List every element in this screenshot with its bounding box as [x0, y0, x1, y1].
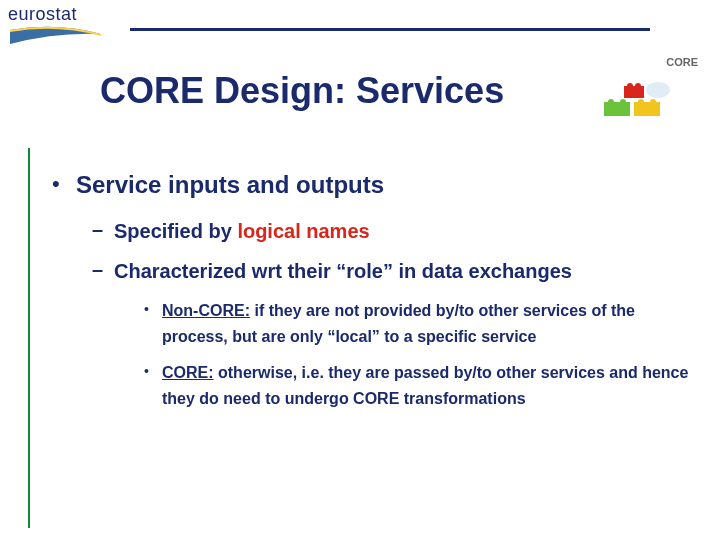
header-divider	[130, 28, 650, 31]
svg-point-7	[627, 83, 633, 89]
swoosh-icon	[8, 26, 103, 48]
bullet-text: Specified by logical names	[114, 218, 370, 244]
slide-title: CORE Design: Services	[100, 70, 504, 112]
core-logo-text: CORE	[666, 56, 698, 68]
text-prefix: Specified by	[114, 220, 237, 242]
slide-content: • Service inputs and outputs – Specified…	[52, 170, 692, 422]
bullet-level1: • Service inputs and outputs	[52, 170, 692, 200]
svg-point-5	[650, 99, 656, 105]
bullet-level3-core: • CORE: otherwise, i.e. they are passed …	[144, 360, 692, 412]
dash-icon: –	[92, 258, 114, 281]
eurostat-logo-text: eurostat	[8, 4, 118, 25]
vertical-accent-bar	[28, 148, 30, 528]
bullet-text: Service inputs and outputs	[76, 170, 384, 200]
term-label: Non-CORE:	[162, 302, 250, 319]
svg-rect-3	[634, 102, 660, 116]
svg-point-4	[638, 99, 644, 105]
svg-point-2	[620, 99, 626, 105]
svg-point-8	[635, 83, 641, 89]
bullet-text: Non-CORE: if they are not provided by/to…	[162, 298, 692, 350]
bullet-icon: •	[52, 170, 76, 198]
bullet-text: Characterized wrt their “role” in data e…	[114, 258, 572, 284]
term-label: CORE:	[162, 364, 214, 381]
bullet-level2-specified: – Specified by logical names	[92, 218, 692, 244]
bullet-text: CORE: otherwise, i.e. they are passed by…	[162, 360, 692, 412]
blocks-icon	[600, 80, 680, 120]
svg-rect-6	[624, 86, 644, 98]
term-rest: otherwise, i.e. they are passed by/to ot…	[162, 364, 688, 407]
eurostat-logo: eurostat	[8, 4, 118, 50]
bullet-level2-characterized: – Characterized wrt their “role” in data…	[92, 258, 692, 284]
bullet-level3-noncore: • Non-CORE: if they are not provided by/…	[144, 298, 692, 350]
text-emphasis: logical names	[237, 220, 369, 242]
svg-rect-0	[604, 102, 630, 116]
svg-point-9	[646, 82, 670, 98]
bullet-icon: •	[144, 360, 162, 382]
core-logo: CORE	[600, 50, 700, 120]
svg-point-1	[608, 99, 614, 105]
dash-icon: –	[92, 218, 114, 241]
bullet-icon: •	[144, 298, 162, 320]
